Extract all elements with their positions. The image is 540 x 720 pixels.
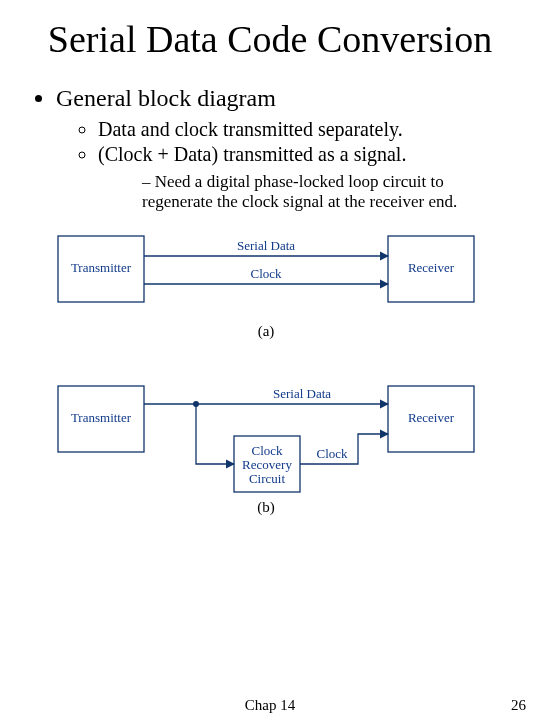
bullet-l2b: (Clock + Data) transmitted as a signal. … (98, 143, 512, 212)
diag-b-clock-label: Clock (316, 446, 348, 461)
bullet-l2a: Data and clock transmitted separately. (98, 118, 512, 141)
diag-b-recovery-l3: Circuit (249, 471, 285, 486)
page-title: Serial Data Code Conversion (28, 18, 512, 61)
diag-b-recovery-l2: Recovery (242, 457, 292, 472)
block-diagram: Transmitter Receiver Serial Data Clock (… (28, 226, 512, 516)
diag-b-serial-data-label: Serial Data (273, 386, 331, 401)
footer-page-number: 26 (511, 697, 526, 714)
bullet-l2b-text: (Clock + Data) transmitted as a signal. (98, 143, 406, 165)
bullet-l1: General block diagram Data and clock tra… (56, 85, 512, 212)
diag-a-serial-data-label: Serial Data (237, 238, 295, 253)
diag-a-clock-label: Clock (250, 266, 282, 281)
diag-b-recovery-l1: Clock (251, 443, 283, 458)
diag-b-receiver-label: Receiver (408, 410, 455, 425)
diag-b-caption: (b) (257, 499, 275, 516)
diag-a-transmitter-label: Transmitter (71, 260, 132, 275)
bullet-l1-text: General block diagram (56, 85, 276, 111)
diag-b-transmitter-label: Transmitter (71, 410, 132, 425)
bullet-l3: Need a digital phase-locked loop circuit… (142, 172, 512, 212)
diag-a-caption: (a) (258, 323, 275, 340)
footer-chapter: Chap 14 (0, 697, 540, 714)
diag-a-receiver-label: Receiver (408, 260, 455, 275)
